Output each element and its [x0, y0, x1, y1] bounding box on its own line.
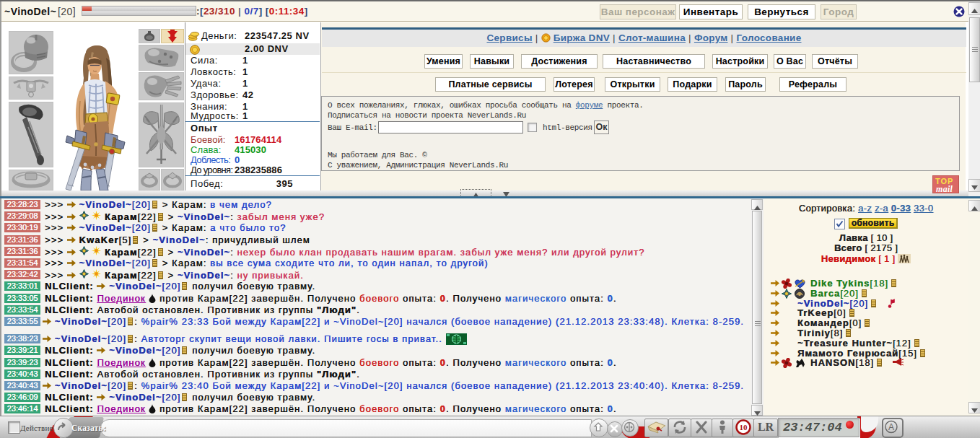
svg-text:A: A: [888, 422, 894, 432]
svg-text:10: 10: [740, 423, 748, 432]
